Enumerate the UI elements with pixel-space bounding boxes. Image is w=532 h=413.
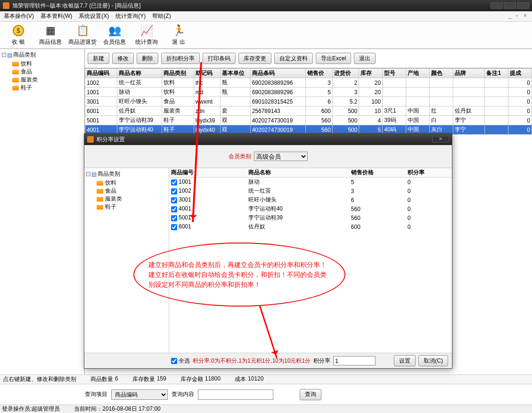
print-barcode-button[interactable]: 打印条码 — [203, 53, 236, 64]
col-header[interactable]: 商品类别 — [162, 69, 194, 78]
col-header[interactable]: 品牌 — [453, 69, 485, 78]
edit-button[interactable]: 修改 — [112, 53, 134, 64]
close-button[interactable] — [517, 2, 529, 9]
table-row[interactable]: 3001旺旺小馒头食品wwxmt690102831542565.21000 — [85, 97, 532, 106]
col-header[interactable]: 销售价格 — [349, 168, 406, 178]
folder-icon — [12, 78, 19, 82]
collapse-icon[interactable]: - — [2, 53, 6, 57]
menu-basic-ops[interactable]: 基本操作(V) — [4, 12, 34, 20]
cell: 瓶 — [221, 88, 250, 97]
row-checkbox[interactable]: 6001 — [169, 222, 246, 231]
tree-root-label[interactable]: 商品类别 — [98, 170, 120, 178]
col-header[interactable]: 商品名称 — [246, 168, 349, 178]
cancel-button[interactable]: 取消(C) — [418, 355, 448, 366]
cell: 双 — [221, 116, 250, 125]
col-header[interactable]: 助记码 — [194, 69, 221, 78]
export-excel-button[interactable]: 导出Excel — [316, 53, 351, 64]
custom-fields-button[interactable]: 自定义资料 — [274, 53, 313, 64]
tb-stats-query[interactable]: 📈统计查询 — [131, 23, 162, 48]
col-header[interactable]: 产地 — [406, 69, 429, 78]
col-header[interactable]: 商品名称 — [117, 69, 162, 78]
mdi-minimize-icon[interactable]: _ — [508, 12, 514, 18]
tree-item[interactable]: 服装类 — [97, 195, 167, 203]
menu-help[interactable]: 帮助(Z) — [152, 12, 171, 20]
cell — [485, 116, 508, 125]
cell — [485, 88, 508, 97]
discount-rate-button[interactable]: 折扣积分率 — [161, 53, 200, 64]
col-header[interactable]: 库存 — [359, 69, 383, 78]
maximize-button[interactable] — [504, 2, 516, 9]
tb-member-info[interactable]: 👥会员信息 — [99, 23, 130, 48]
dialog-titlebar[interactable]: 积分率设置 × — [84, 134, 452, 145]
table-row[interactable]: 6001佐丹奴服装类zdn套256789143600500103尺1中国红佐丹奴… — [85, 106, 532, 116]
tb-cashier[interactable]: 收 银 — [3, 23, 34, 48]
tree-item-drink[interactable]: 饮料 — [12, 60, 82, 68]
member-type-select[interactable]: 高级会员 — [254, 152, 308, 161]
rate-input[interactable] — [333, 356, 376, 365]
apply-button[interactable]: 设置 — [394, 355, 416, 366]
row-checkbox[interactable]: 4001 — [169, 204, 246, 213]
table-row[interactable]: 1001脉动50 — [169, 178, 452, 187]
col-header[interactable]: 提成 — [508, 69, 532, 78]
cell: 500 — [332, 116, 359, 125]
table-row[interactable]: 5001李宁运动鞋395600 — [169, 213, 452, 222]
search-input[interactable] — [198, 389, 273, 400]
table-row[interactable]: 1002统一红茶30 — [169, 186, 452, 195]
col-header[interactable]: 商品编号 — [169, 168, 246, 178]
dialog-close-button[interactable]: × — [432, 136, 449, 143]
col-header[interactable]: 基本单位 — [221, 69, 250, 78]
table-row[interactable]: 3001旺旺小馒头60 — [169, 195, 452, 204]
delete-button[interactable]: 删除 — [137, 53, 158, 64]
table-row[interactable]: 6001佐丹奴6000 — [169, 222, 452, 231]
tree-item[interactable]: 饮料 — [97, 179, 167, 187]
table-row[interactable]: 4001李宁运动鞋405600 — [169, 204, 452, 213]
row-checkbox[interactable]: 1001 — [169, 178, 246, 187]
cell: 鞋子 — [162, 116, 194, 125]
select-all-checkbox[interactable]: 全选 — [171, 357, 190, 365]
tree-item[interactable]: 鞋子 — [97, 203, 167, 211]
col-header[interactable]: 进货价 — [332, 69, 359, 78]
menu-system-settings[interactable]: 系统设置(X) — [79, 12, 109, 20]
cell: 套 — [221, 106, 250, 116]
mdi-restore-icon[interactable]: ▫ — [516, 12, 522, 18]
menu-stats[interactable]: 统计查询(Y) — [115, 12, 146, 20]
category-tree[interactable]: - ▤ 商品类别 饮料 食品 服装类 鞋子 — [0, 49, 85, 374]
col-header[interactable]: 颜色 — [429, 69, 453, 78]
tree-item[interactable]: 食品 — [97, 187, 167, 195]
tb-stock-in-out[interactable]: 📋商品进退货 — [67, 23, 98, 48]
mdi-close-icon[interactable]: × — [524, 12, 529, 18]
collapse-icon[interactable]: - — [86, 172, 90, 176]
tb-exit[interactable]: 🏃退 出 — [163, 23, 194, 48]
menu-basic-data[interactable]: 基本资料(W) — [41, 12, 72, 20]
minimize-button[interactable] — [491, 2, 503, 9]
tree-item-shoes[interactable]: 鞋子 — [12, 84, 82, 92]
tb-product-info[interactable]: ▦商品信息 — [35, 23, 66, 48]
table-row[interactable]: 1002统一红茶饮料thc瓶690208388929632200 — [85, 78, 532, 88]
col-header[interactable]: 商品条码 — [250, 69, 306, 78]
row-checkbox[interactable]: 1002 — [169, 186, 246, 195]
tree-item-food[interactable]: 食品 — [12, 68, 82, 76]
col-header[interactable]: 销售价 — [306, 69, 333, 78]
col-header[interactable]: 型号 — [383, 69, 406, 78]
stock-change-button[interactable]: 库存变更 — [238, 53, 271, 64]
exit-icon: 🏃 — [172, 24, 185, 37]
table-row[interactable]: 1001脉动饮料md瓶690208388929653200 — [85, 88, 532, 97]
table-row[interactable]: 5001李宁运动鞋39鞋子lnydx39双4020274730019560500… — [85, 116, 532, 125]
col-header[interactable]: 积分率 — [406, 168, 452, 178]
col-header[interactable]: 商品编码 — [85, 69, 117, 78]
col-header[interactable]: 备注1 — [485, 69, 508, 78]
exit-button[interactable]: 退出 — [354, 53, 376, 64]
row-checkbox[interactable]: 3001 — [169, 195, 246, 204]
row-checkbox[interactable]: 5001 — [169, 213, 246, 222]
product-grid[interactable]: 商品编码商品名称商品类别助记码基本单位商品条码销售价进货价库存型号产地颜色品牌备… — [85, 68, 532, 135]
cell: 3 — [349, 186, 406, 195]
search-button[interactable]: 查询 — [300, 389, 321, 400]
new-button[interactable]: 新建 — [88, 53, 109, 64]
tree-root-label[interactable]: 商品类别 — [13, 51, 36, 59]
cell: 0 — [406, 178, 452, 187]
tree-item-clothes[interactable]: 服装类 — [12, 76, 82, 84]
window-title: 旭荣管理软件--版本:收银版7.7 (已注册) - [商品信息] — [12, 2, 141, 10]
cell: 佐丹奴 — [117, 106, 162, 116]
search-field-select[interactable]: 商品编码 — [111, 389, 168, 400]
cell: 李宁 — [453, 125, 485, 135]
